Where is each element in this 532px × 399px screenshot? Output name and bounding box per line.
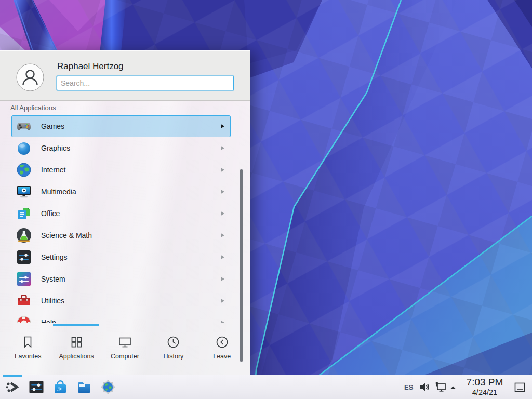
chevron-right-icon xyxy=(220,211,225,216)
tab-computer[interactable]: Computer xyxy=(101,326,149,375)
show-desktop-button[interactable] xyxy=(513,381,526,394)
category-label: Multimedia xyxy=(41,188,76,196)
category-row-multimedia[interactable]: Multimedia xyxy=(11,181,231,203)
tab-favorites[interactable]: Favorites xyxy=(4,326,52,375)
chevron-right-icon xyxy=(220,298,225,303)
chevron-right-icon xyxy=(220,167,225,172)
tab-label: Favorites xyxy=(15,353,41,360)
tab-applications[interactable]: Applications xyxy=(52,326,100,375)
multimedia-monitor-icon xyxy=(16,183,32,200)
taskbar-app-application-launcher[interactable] xyxy=(4,379,21,395)
category-row-science-math[interactable]: Science & Math xyxy=(11,224,231,246)
chevron-right-icon xyxy=(220,276,225,282)
tab-label: Computer xyxy=(111,353,139,360)
category-label: Games xyxy=(41,122,64,130)
taskbar-app-web-browser[interactable] xyxy=(100,379,116,395)
favorites-bookmark-icon xyxy=(21,335,35,349)
category-label: Internet xyxy=(41,166,65,174)
utilities-toolbox-icon xyxy=(16,292,32,309)
taskbar: ES 7:03 PM 4/24/21 xyxy=(0,375,532,399)
active-task-indicator xyxy=(3,375,22,377)
digital-clock[interactable]: 7:03 PM 4/24/21 xyxy=(462,377,508,397)
applications-grid-icon xyxy=(70,335,84,349)
category-row-office[interactable]: Office xyxy=(11,203,231,224)
category-label: Help xyxy=(41,318,56,323)
chevron-right-icon xyxy=(220,124,225,129)
user-avatar-icon[interactable] xyxy=(16,63,44,91)
caret-up-icon[interactable] xyxy=(449,383,457,392)
tab-leave[interactable]: Leave xyxy=(198,326,246,375)
category-label: Graphics xyxy=(41,144,70,152)
category-label: Settings xyxy=(41,253,68,261)
application-launcher-popup: Raphael Hertzog All Applications GamesGr… xyxy=(0,50,250,375)
taskbar-app-system-settings[interactable] xyxy=(28,379,45,395)
tab-label: Applications xyxy=(59,353,94,360)
chevron-right-icon xyxy=(220,255,225,260)
tab-label: History xyxy=(163,353,183,360)
text-cursor xyxy=(61,79,61,88)
system-sliders-icon xyxy=(16,271,32,287)
category-label: Science & Math xyxy=(41,231,92,240)
category-row-graphics[interactable]: Graphics xyxy=(11,137,231,159)
category-row-utilities[interactable]: Utilities xyxy=(11,290,231,312)
graphics-sphere-icon xyxy=(16,140,32,156)
search-input[interactable] xyxy=(57,76,234,90)
taskbar-app-discover[interactable] xyxy=(52,379,69,395)
gamepad-icon xyxy=(16,118,32,135)
computer-monitor-icon xyxy=(118,335,132,349)
chevron-right-icon xyxy=(220,320,225,323)
section-label: All Applications xyxy=(10,104,56,112)
clock-date: 4/24/21 xyxy=(462,388,508,397)
category-label: Office xyxy=(41,209,60,218)
category-list: GamesGraphicsInternetMultimediaOfficeSci… xyxy=(11,115,231,323)
history-clock-icon xyxy=(166,335,180,349)
settings-sliders-icon xyxy=(16,249,32,265)
category-row-games[interactable]: Games xyxy=(11,115,231,137)
globe-icon xyxy=(16,162,32,178)
office-documents-icon xyxy=(16,205,32,222)
chevron-right-icon xyxy=(220,189,225,194)
chevron-right-icon xyxy=(220,233,225,238)
keyboard-layout-indicator[interactable]: ES xyxy=(404,375,413,399)
category-row-help[interactable]: Help xyxy=(11,312,231,323)
taskbar-app-icons xyxy=(4,379,116,395)
user-name: Raphael Hertzog xyxy=(57,61,124,72)
category-row-system[interactable]: System xyxy=(11,268,231,290)
taskbar-app-file-manager[interactable] xyxy=(76,379,92,395)
tab-label: Leave xyxy=(213,353,231,360)
tab-history[interactable]: History xyxy=(149,326,197,375)
active-tab-indicator xyxy=(53,324,99,326)
chevron-right-icon xyxy=(220,145,225,151)
launcher-tab-bar: FavoritesApplicationsComputerHistoryLeav… xyxy=(4,326,246,375)
network-icon[interactable] xyxy=(434,381,447,393)
volume-icon[interactable] xyxy=(419,381,430,393)
science-flask-icon xyxy=(16,227,32,244)
category-label: Utilities xyxy=(41,297,64,305)
help-lifering-icon xyxy=(16,314,32,323)
leave-icon xyxy=(215,335,229,349)
launcher-body: All Applications GamesGraphicsInternetMu… xyxy=(0,101,250,323)
category-row-internet[interactable]: Internet xyxy=(11,159,231,181)
category-label: System xyxy=(41,275,65,283)
launcher-header: Raphael Hertzog xyxy=(0,51,250,101)
category-row-settings[interactable]: Settings xyxy=(11,246,231,268)
clock-time: 7:03 PM xyxy=(462,377,508,388)
